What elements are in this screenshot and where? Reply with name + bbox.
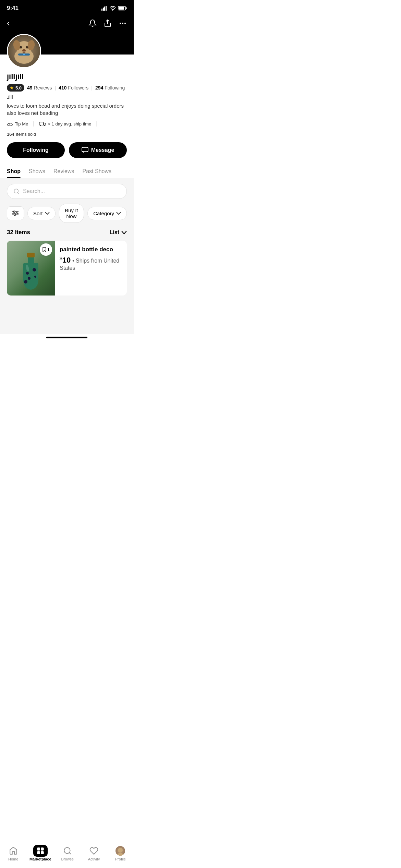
svg-rect-2 xyxy=(104,7,105,11)
status-time: 9:41 xyxy=(7,5,19,12)
svg-rect-23 xyxy=(39,122,44,125)
wifi-icon xyxy=(110,6,116,11)
message-icon xyxy=(82,147,88,153)
bookmark-icon xyxy=(42,247,47,252)
chevron-down-icon xyxy=(45,212,50,215)
followers-stat[interactable]: 410 Followers xyxy=(59,85,88,91)
svg-point-19 xyxy=(27,47,28,47)
display-name: Jill xyxy=(7,94,127,100)
svg-rect-0 xyxy=(101,9,102,11)
tab-reviews[interactable]: Reviews xyxy=(53,165,74,178)
svg-point-43 xyxy=(24,280,27,284)
svg-rect-7 xyxy=(118,7,124,10)
truck-icon xyxy=(39,121,46,126)
product-details: painted bottle deco $10 • Ships from Uni… xyxy=(60,241,127,296)
product-image: 1 xyxy=(7,241,55,296)
svg-point-41 xyxy=(28,277,31,280)
bell-icon[interactable] xyxy=(88,19,97,27)
items-sold: 164 items sold xyxy=(7,132,36,137)
svg-point-42 xyxy=(34,276,36,278)
more-icon[interactable] xyxy=(119,19,127,27)
header-right-actions xyxy=(88,19,127,27)
star-icon: ★ xyxy=(10,85,14,91)
reviews-stat[interactable]: 49 Reviews xyxy=(27,85,52,91)
message-button[interactable]: Message xyxy=(69,142,127,158)
profile-info: jilljill ★ 5.0 49 Reviews | 410 Follower… xyxy=(0,68,134,137)
following-button[interactable]: Following xyxy=(7,142,65,158)
filter-icon-button[interactable] xyxy=(7,206,24,220)
action-buttons: Following Message xyxy=(0,142,134,158)
tab-shows[interactable]: Shows xyxy=(29,165,45,178)
product-title: painted bottle deco xyxy=(60,246,121,253)
ship-time: < 1 day avg. ship time xyxy=(39,121,91,126)
search-bar[interactable]: Search... xyxy=(7,184,127,199)
bookmark-badge[interactable]: 1 xyxy=(40,243,52,256)
header: ‹ xyxy=(0,15,134,34)
svg-point-10 xyxy=(122,23,123,24)
battery-icon xyxy=(118,6,127,11)
shop-section: Search... Sort Buy It Now Category xyxy=(0,178,134,334)
svg-point-34 xyxy=(14,214,16,216)
signal-icon xyxy=(101,6,108,11)
svg-point-24 xyxy=(40,125,41,126)
search-placeholder: Search... xyxy=(23,188,45,194)
items-header: 32 Items List xyxy=(7,228,127,241)
product-price: $10 • Ships from United States xyxy=(60,256,121,272)
following-stat[interactable]: 294 Following xyxy=(95,85,125,91)
svg-point-17 xyxy=(26,46,28,49)
svg-point-32 xyxy=(13,211,15,213)
svg-point-39 xyxy=(26,272,29,275)
sort-button[interactable]: Sort xyxy=(27,207,56,220)
status-bar: 9:41 xyxy=(0,0,134,15)
bio: loves to loom bead and enjoys doing spec… xyxy=(7,102,127,117)
chevron-down-icon-3 xyxy=(121,230,127,234)
username: jilljill xyxy=(7,72,127,81)
svg-line-28 xyxy=(17,192,19,193)
divider-2: | xyxy=(91,85,93,91)
svg-rect-6 xyxy=(126,7,126,9)
dollar-sign: $ xyxy=(60,256,62,261)
rating-badge: ★ 5.0 xyxy=(7,84,24,92)
search-icon xyxy=(13,188,20,194)
filter-sliders-icon xyxy=(12,210,19,216)
product-card[interactable]: 1 painted bottle deco $10 • Ships from U… xyxy=(7,241,127,296)
share-icon[interactable] xyxy=(104,19,112,27)
profile-hero xyxy=(0,34,134,68)
svg-rect-22 xyxy=(23,54,25,55)
svg-point-18 xyxy=(21,47,22,47)
buy-it-now-button[interactable]: Buy It Now xyxy=(59,204,84,223)
items-count: 32 Items xyxy=(7,229,30,236)
svg-rect-1 xyxy=(103,8,104,11)
svg-point-9 xyxy=(120,23,121,24)
list-toggle[interactable]: List xyxy=(110,229,127,236)
bottle-illustration xyxy=(19,246,43,290)
tabs: Shop Shows Reviews Past Shows xyxy=(0,165,134,178)
svg-rect-36 xyxy=(23,263,38,282)
svg-rect-26 xyxy=(82,147,88,152)
svg-point-11 xyxy=(124,23,126,24)
svg-point-33 xyxy=(16,213,17,214)
tip-icon xyxy=(7,121,13,126)
home-indicator xyxy=(0,334,134,341)
svg-rect-38 xyxy=(27,253,35,257)
svg-point-40 xyxy=(33,268,36,272)
back-button[interactable]: ‹ xyxy=(7,18,10,28)
svg-point-4 xyxy=(112,10,113,11)
svg-point-27 xyxy=(14,189,18,193)
svg-point-16 xyxy=(20,46,22,49)
stats-row: ★ 5.0 49 Reviews | 410 Followers | 294 F… xyxy=(7,84,127,92)
tip-me[interactable]: Tip Me xyxy=(7,121,28,126)
avatar-dog xyxy=(9,36,39,67)
tab-past-shows[interactable]: Past Shows xyxy=(83,165,111,178)
svg-point-25 xyxy=(44,125,46,126)
tab-shop[interactable]: Shop xyxy=(7,165,21,178)
meta-row: Tip Me | < 1 day avg. ship time | 164 it… xyxy=(7,121,127,137)
svg-rect-3 xyxy=(106,6,107,11)
svg-point-20 xyxy=(22,49,26,52)
category-button[interactable]: Category xyxy=(87,207,127,220)
divider-1: | xyxy=(54,85,56,91)
status-icons xyxy=(101,6,127,11)
avatar xyxy=(7,34,41,68)
filter-row: Sort Buy It Now Category xyxy=(7,204,127,223)
home-bar xyxy=(46,337,87,338)
